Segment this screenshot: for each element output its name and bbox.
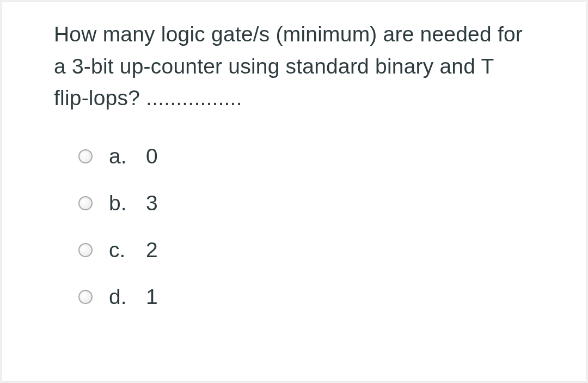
options-group: a. 0 b. 3 c. 2 d. 1 — [54, 144, 534, 309]
radio-icon[interactable] — [78, 196, 93, 210]
radio-icon[interactable] — [78, 290, 93, 304]
option-value: 2 — [146, 238, 158, 262]
option-value: 0 — [146, 144, 158, 168]
option-b[interactable]: b. 3 — [78, 191, 534, 215]
question-text: How many logic gate/s (minimum) are need… — [54, 19, 534, 114]
option-label: b. — [109, 191, 136, 215]
question-card: How many logic gate/s (minimum) are need… — [2, 2, 586, 381]
option-label: d. — [109, 285, 136, 309]
option-c[interactable]: c. 2 — [78, 238, 534, 262]
option-d[interactable]: d. 1 — [78, 285, 534, 309]
radio-icon[interactable] — [78, 243, 93, 257]
option-label: a. — [109, 144, 136, 168]
option-value: 3 — [146, 191, 158, 215]
option-value: 1 — [146, 285, 158, 309]
option-a[interactable]: a. 0 — [78, 144, 534, 168]
option-label: c. — [109, 238, 136, 262]
radio-icon[interactable] — [78, 149, 93, 163]
